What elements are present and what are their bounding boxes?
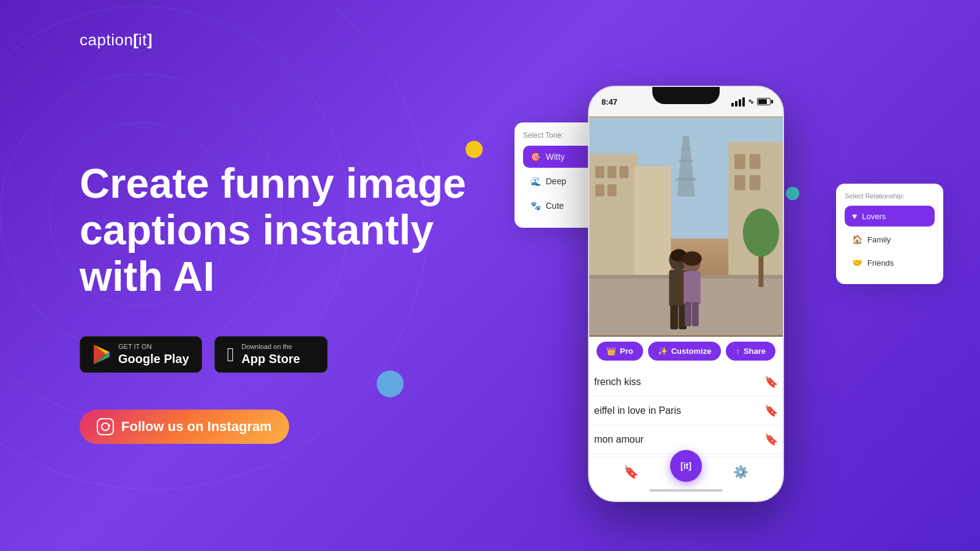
friends-label: Friends [867,258,894,268]
wifi-icon: ∿ [748,97,754,106]
pro-button[interactable]: 👑 Pro [597,342,643,361]
instagram-button[interactable]: Follow us on Instagram [80,410,289,444]
phone-time: 8:47 [601,97,617,107]
pro-label: Pro [620,347,633,356]
store-buttons-group: GET IT ON Google Play  Download on the … [80,336,472,372]
caption-item-1[interactable]: french kiss 🔖 [589,368,783,397]
relationship-selector-card: Select Relationship: ♥ Lovers 🏠 Family 🤝… [836,184,943,284]
svg-rect-11 [595,184,605,197]
google-play-top-text: GET IT ON [118,343,189,351]
left-content: caption [ it ] Create funny image captio… [80,31,472,444]
paris-scene-svg [589,116,783,337]
instagram-label: Follow us on Instagram [121,419,272,435]
phone-bottom-nav: 🔖 [it] ⚙️ [589,457,783,487]
instagram-icon [97,418,114,435]
app-store-button[interactable]:  Download on the App Store [214,336,328,372]
caption-list: french kiss 🔖 eiffel in love in Paris 🔖 … [589,365,783,457]
bookmark-icon-2[interactable]: 🔖 [764,404,778,418]
caption-text-3: mon amour [594,434,644,445]
rel-card-title: Select Relationship: [845,192,935,200]
nav-settings-icon[interactable]: ⚙️ [733,465,748,479]
app-store-text: Download on the App Store [241,343,300,365]
signal-bar-3 [739,99,741,107]
svg-rect-25 [685,302,692,326]
svg-rect-15 [734,175,745,190]
nav-bookmark-icon[interactable]: 🔖 [624,465,639,479]
svg-rect-21 [670,305,678,329]
family-label: Family [867,235,891,244]
logo-bracket-close: ] [147,31,153,50]
lovers-icon: ♥ [852,211,857,221]
rel-option-family[interactable]: 🏠 Family [845,229,935,250]
app-store-top-text: Download on the [241,343,300,351]
cute-icon: 🐾 [530,201,541,211]
bookmark-icon-1[interactable]: 🔖 [764,375,778,389]
signal-bar-4 [742,97,745,107]
signal-bar-1 [731,103,734,107]
caption-text-2: eiffel in love in Paris [594,405,681,416]
svg-rect-8 [595,166,605,178]
share-button[interactable]: ↑ Share [726,342,775,361]
google-play-text: GET IT ON Google Play [118,343,189,365]
phone-notch [652,87,720,104]
app-store-main-text: App Store [241,351,300,366]
svg-rect-14 [750,154,761,170]
svg-rect-16 [750,175,761,190]
svg-rect-3 [679,160,693,162]
nav-center-button[interactable]: [it] [670,450,702,482]
svg-rect-12 [608,184,617,197]
witty-label: Witty [546,152,565,162]
svg-rect-6 [635,166,671,275]
svg-rect-2 [676,178,696,181]
google-play-main-text: Google Play [118,351,189,366]
caption-text-1: french kiss [594,377,641,388]
friends-icon: 🤝 [852,258,862,268]
phone-status-bar: 8:47 ∿ [589,87,783,116]
phone-action-bar: 👑 Pro ✨ Customize ↑ Share [589,337,783,365]
caption-item-2[interactable]: eiffel in love in Paris 🔖 [589,397,783,425]
cute-label: Cute [546,201,564,211]
battery-fill [758,99,767,104]
logo-it: it [138,31,147,50]
share-label: Share [744,347,766,356]
witty-icon: 🎯 [530,152,541,162]
google-play-button[interactable]: GET IT ON Google Play [80,336,202,372]
share-icon: ↑ [736,347,740,356]
svg-rect-26 [692,302,699,326]
page-headline: Create funny image captions instantly wi… [80,160,472,299]
apple-icon:  [227,345,235,364]
rel-option-friends[interactable]: 🤝 Friends [845,252,935,273]
phone-mockup: 8:47 ∿ [588,86,784,502]
phone-image [589,116,783,337]
customize-button[interactable]: ✨ Customize [648,342,722,361]
svg-rect-4 [681,148,691,149]
nav-center-label: [it] [680,461,692,471]
logo: caption [ it ] [80,31,472,50]
deep-label: Deep [546,176,566,186]
signal-bar-2 [735,101,737,107]
lovers-label: Lovers [862,212,886,221]
logo-text: caption [80,31,133,50]
customize-label: Customize [671,347,712,356]
battery-icon [757,98,771,105]
deep-icon: 🌊 [530,176,541,186]
family-icon: 🏠 [852,234,862,244]
svg-point-30 [743,208,779,257]
svg-point-28 [682,251,702,266]
pro-icon: 👑 [606,347,616,356]
rel-option-lovers[interactable]: ♥ Lovers [845,206,935,227]
svg-rect-13 [734,154,745,170]
google-play-icon [92,344,111,365]
phone-area: Select Tone: 🎯 Witty 🌊 Deep 🐾 Cute Selec… [514,37,943,539]
svg-rect-10 [619,166,628,178]
svg-rect-24 [684,271,701,304]
bookmark-icon-3[interactable]: 🔖 [764,433,778,446]
status-icons: ∿ [731,97,771,107]
logo-bracket-open: [ [133,31,138,50]
customize-icon: ✨ [658,347,668,356]
svg-rect-9 [608,166,617,178]
phone-home-indicator [649,489,723,492]
